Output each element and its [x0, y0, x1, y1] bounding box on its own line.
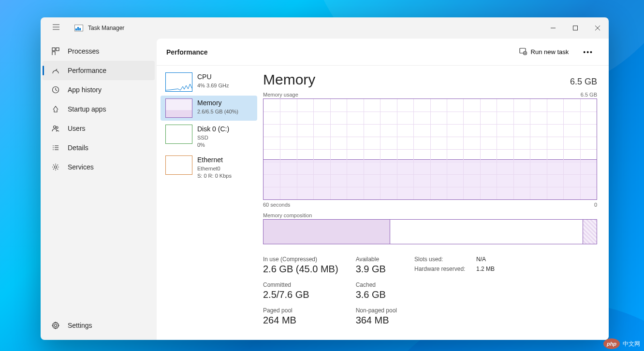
mini-disk-sub1: SSD — [197, 134, 229, 141]
mini-memory-title: Memory — [197, 98, 238, 108]
run-task-label: Run new task — [531, 48, 569, 56]
svg-rect-7 — [52, 48, 55, 51]
nav-performance[interactable]: Performance — [43, 61, 155, 80]
in-use-label: In use (Compressed) — [263, 256, 338, 263]
nav-services[interactable]: Services — [43, 157, 155, 177]
nav-label: Services — [68, 163, 94, 171]
minimize-button[interactable] — [542, 17, 564, 39]
details-icon — [51, 144, 60, 152]
close-button[interactable] — [586, 17, 609, 39]
performance-icon — [51, 67, 60, 74]
hw-reserved-label: Hardware reserved: — [414, 266, 468, 272]
watermark: php 中文网 — [603, 338, 640, 349]
nav-processes[interactable]: Processes — [43, 42, 155, 61]
nonpaged-label: Non-paged pool — [356, 307, 397, 314]
memory-composition-bar[interactable] — [263, 219, 597, 244]
committed-label: Committed — [263, 281, 338, 288]
available-label: Available — [356, 256, 397, 263]
comp-used-segment — [263, 220, 390, 244]
sidebar: Processes Performance App history Startu… — [41, 39, 157, 340]
available-value: 3.9 GB — [356, 264, 397, 275]
svg-line-10 — [56, 69, 57, 70]
slots-label: Slots used: — [414, 256, 468, 263]
x-axis-start: 60 seconds — [263, 202, 290, 208]
svg-rect-9 — [52, 52, 55, 55]
svg-point-13 — [56, 126, 58, 128]
slots-value: N/A — [476, 256, 486, 263]
titlebar: Task Manager — [41, 17, 609, 39]
detail-panel: Memory 6.5 GB Memory usage 6.5 GB 60 sec… — [259, 66, 609, 340]
mini-cpu[interactable]: CPU 4% 3.69 GHz — [161, 70, 257, 95]
nav-label: App history — [68, 86, 102, 94]
nav-details[interactable]: Details — [43, 138, 155, 157]
memory-usage-graph[interactable] — [263, 98, 597, 200]
detail-title: Memory — [263, 71, 315, 88]
nav-startup-apps[interactable]: Startup apps — [43, 99, 155, 119]
users-icon — [51, 125, 60, 132]
svg-rect-4 — [573, 26, 578, 30]
page-title: Performance — [166, 48, 208, 56]
more-options-button[interactable]: ••• — [577, 44, 599, 60]
total-memory: 6.5 GB — [570, 77, 597, 87]
hamburger-menu-button[interactable] — [49, 20, 63, 36]
svg-point-12 — [54, 126, 56, 128]
services-icon — [51, 163, 60, 171]
mini-eth-sub1: Ethernet0 — [197, 165, 232, 172]
memory-stats: In use (Compressed) 2.6 GB (45.0 MB) Com… — [263, 256, 597, 326]
mini-memory-sub: 2.6/6.5 GB (40%) — [197, 108, 238, 115]
mini-disk-graph — [165, 125, 192, 144]
mini-memory-graph — [165, 98, 192, 118]
mini-disk-sub2: 0% — [197, 141, 229, 149]
startup-icon — [51, 105, 60, 113]
nav-label: Startup apps — [68, 105, 106, 113]
nav-label: Details — [68, 144, 88, 152]
mini-eth-sub2: S: 0 R: 0 Kbps — [197, 172, 232, 180]
x-axis-end: 0 — [594, 202, 597, 208]
mini-eth-graph — [165, 155, 192, 175]
maximize-button[interactable] — [564, 17, 586, 39]
committed-value: 2.5/7.6 GB — [263, 289, 338, 300]
composition-label: Memory composition — [263, 212, 597, 218]
grid-icon — [51, 47, 60, 55]
comp-available-segment — [390, 220, 584, 244]
nonpaged-value: 364 MB — [356, 315, 397, 326]
app-icon — [74, 25, 83, 31]
mini-disk-title: Disk 0 (C:) — [197, 125, 229, 134]
nav-users[interactable]: Users — [43, 119, 155, 138]
history-icon — [51, 86, 60, 94]
app-title: Task Manager — [88, 25, 124, 31]
mini-cpu-sub: 4% 3.69 GHz — [197, 82, 229, 89]
svg-point-20 — [55, 166, 57, 168]
paged-value: 264 MB — [263, 315, 338, 326]
nav-label: Users — [68, 125, 86, 132]
nav-settings[interactable]: Settings — [43, 316, 155, 335]
content-panel: Performance Run new task ••• — [157, 39, 609, 340]
mini-panel: CPU 4% 3.69 GHz Memory 2.6/6.5 GB (40%) — [157, 66, 259, 340]
nav-label: Processes — [68, 47, 99, 55]
content-header: Performance Run new task ••• — [157, 39, 609, 66]
svg-rect-8 — [56, 48, 59, 51]
hw-reserved-value: 1.2 MB — [476, 266, 495, 272]
in-use-value: 2.6 GB (45.0 MB) — [263, 264, 338, 275]
svg-point-21 — [55, 324, 57, 327]
task-manager-window: Task Manager Processes Performance App h… — [41, 17, 609, 340]
usage-graph-label: Memory usage — [263, 92, 298, 98]
mini-cpu-title: CPU — [197, 72, 229, 82]
mini-eth-title: Ethernet — [197, 155, 232, 165]
watermark-text: 中文网 — [623, 340, 640, 348]
paged-label: Paged pool — [263, 307, 338, 314]
comp-hw-segment — [583, 220, 597, 244]
gear-icon — [51, 322, 60, 329]
php-badge: php — [603, 338, 620, 349]
mini-memory[interactable]: Memory 2.6/6.5 GB (40%) — [161, 96, 257, 121]
mini-cpu-graph — [165, 72, 192, 92]
nav-label: Settings — [68, 322, 92, 329]
mini-ethernet[interactable]: Ethernet Ethernet0 S: 0 R: 0 Kbps — [161, 153, 257, 183]
nav-app-history[interactable]: App history — [43, 80, 155, 99]
cached-value: 3.6 GB — [356, 289, 397, 300]
run-new-task-button[interactable]: Run new task — [514, 44, 574, 59]
nav-label: Performance — [68, 67, 106, 74]
usage-graph-max: 6.5 GB — [581, 92, 597, 98]
mini-disk[interactable]: Disk 0 (C:) SSD 0% — [161, 122, 257, 152]
cached-label: Cached — [356, 281, 397, 288]
